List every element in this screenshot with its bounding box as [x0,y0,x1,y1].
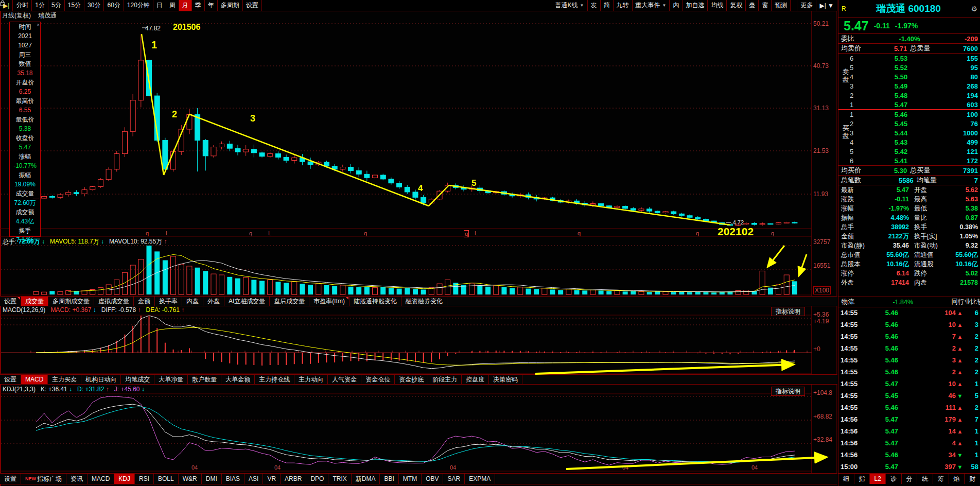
indicator-tab-BOLL[interactable]: BOLL [154,474,179,484]
macd-help-button[interactable]: 指标说明 [771,307,805,316]
macd-tab-人气资金[interactable]: 人气资金 [328,375,361,384]
indicator-tab-设置[interactable]: 设置 [0,474,21,484]
macd-tab-资金仓位[interactable]: 资金仓位 [361,375,395,384]
tick-row[interactable]: 14:555.462▲2 [838,342,980,354]
tick-row[interactable]: 14:565.4714▲1 [838,425,980,437]
volume-tab-换手率[interactable]: 换手率 [155,297,182,306]
level-num: 1 [850,111,857,118]
tick-row[interactable]: 14:555.463▲2 [838,354,980,366]
macd-tab-资金抄底[interactable]: 资金抄底 [395,375,428,384]
macd-tab-大单金额[interactable]: 大单金额 [221,375,255,384]
indicator-tab-W&R[interactable]: W&R [179,474,202,484]
tick-volume: 179 [898,415,956,423]
indicator-tab-MTM[interactable]: MTM [399,474,422,484]
indicator-tab-DPO[interactable]: DPO [306,474,328,484]
quote-tab-焰[interactable]: 焰 [949,474,965,484]
tick-row[interactable]: 14:555.46104▲6 [838,307,980,319]
tick-row[interactable]: 14:555.467▲2 [838,331,980,342]
indicator-tab-OBV[interactable]: OBV [422,474,443,484]
volume-tab-多周期成交量[interactable]: 多周期成交量 [48,297,94,306]
indicator-tab-指标广场[interactable]: NEW指标广场 [21,474,66,484]
indicator-tab-新DMA[interactable]: 新DMA [352,474,380,484]
macd-tab-散户数量[interactable]: 散户数量 [188,375,221,384]
stat-label: 换手[实] [909,232,951,241]
volume-tab-设置[interactable]: 设置 [0,297,21,306]
macd-tab-主力动向[interactable]: 主力动向 [294,375,328,384]
tick-row[interactable]: 14:555.4546▼5 [838,390,980,402]
indicator-tab-KDJ[interactable]: KDJ [114,474,135,484]
quote-tab-统[interactable]: 统 [917,474,933,484]
volume-tab-陆股通持股变化[interactable]: 陆股通持股变化 [349,297,401,306]
macd-tab-主力买卖[interactable]: 主力买卖 [48,375,81,384]
tick-volume: 104 [898,309,956,317]
tick-row[interactable]: 14:565.4634▼1 [838,449,980,461]
sector-name[interactable]: 物流 [842,298,854,306]
volume-tab-盘后成交量[interactable]: 盘后成交量 [270,297,309,306]
macd-tab-MACD[interactable]: MACD [21,375,48,384]
indicator-tab-BIAS[interactable]: BIAS [222,474,244,484]
quote-tab-分[interactable]: 分 [902,474,918,484]
indicator-tab-ASI[interactable]: ASI [244,474,263,484]
volume-tab-内盘[interactable]: 内盘 [182,297,203,306]
indicator-tab-ARBR[interactable]: ARBR [281,474,306,484]
macd-tab-决策密码[interactable]: 决策密码 [489,375,522,384]
indicator-tab-SAR[interactable]: SAR [443,474,465,484]
candle-down [792,222,797,223]
macd-tab-主力持仓线[interactable]: 主力持仓线 [255,375,294,384]
registration-flag: R [842,5,846,12]
info-row-1: 2021 [10,31,40,41]
indicator-tab-EXPMA[interactable]: EXPMA [465,474,495,484]
tick-row[interactable]: 15:005.47397▼58 [838,461,980,473]
tab-label: 融资融券变化 [406,297,443,306]
level-price: 5.42 [857,148,945,155]
tick-row[interactable]: 14:565.474▲1 [838,437,980,449]
volume-tab-市盈率(ttm)[interactable]: 市盈率(ttm) [309,297,349,306]
indicator-tab-RSI[interactable]: RSI [135,474,154,484]
quote-tab-筹[interactable]: 筹 [933,474,949,484]
candle-down [655,211,660,213]
volume-tab-融资融券变化[interactable]: 融资融券变化 [401,297,447,306]
sell-level-row: 25.48194 [838,91,980,100]
volume-tab-虚拟成交量[interactable]: 虚拟成交量 [94,297,134,306]
indicator-tab-MACD[interactable]: MACD [87,474,114,484]
indicator-tab-TRIX[interactable]: TRIX [328,474,351,484]
data-tooltip-box[interactable]: × 时间20211027周三数值35.18开盘价6.25最高价6.55最低价5.… [9,22,41,237]
macd-tab-大单净量[interactable]: 大单净量 [154,375,188,384]
tick-row[interactable]: 14:565.47179▲7 [838,413,980,425]
macd-tab-设置[interactable]: 设置 [0,375,21,384]
tick-row[interactable]: 14:555.46111▲2 [838,402,980,413]
candle-down [687,216,692,217]
tick-list[interactable]: 14:555.46104▲614:555.4610▲314:555.467▲21… [838,307,980,473]
tick-row[interactable]: 14:555.4610▲3 [838,319,980,331]
macd-tab-机构日动向[interactable]: 机构日动向 [81,375,121,384]
tick-time: 14:55 [841,344,864,352]
main-x-label-9: q [771,230,774,236]
quote-tab-财[interactable]: 财 [965,474,980,484]
industry-compare-link[interactable]: 同行业比较 [952,298,980,306]
macd-tab-阶段主力[interactable]: 阶段主力 [428,375,462,384]
quote-tab-诊[interactable]: 诊 [886,474,902,484]
volume-tab-外盘[interactable]: 外盘 [203,297,224,306]
indicator-tab-资讯[interactable]: 资讯 [66,474,87,484]
close-icon[interactable]: × [37,22,40,28]
kdj-help-button[interactable]: 指标说明 [771,387,805,396]
tick-time: 14:55 [841,333,864,340]
tick-row[interactable]: 14:555.462▲2 [838,366,980,378]
gear-icon[interactable]: ⚙ [971,5,977,13]
tick-row[interactable]: 14:555.4710▲1 [838,378,980,390]
volume-tab-成交量[interactable]: 成交量 [21,297,48,306]
quote-tab-L2[interactable]: L2 [870,474,886,484]
volume-tab-金额[interactable]: 金额 [134,297,155,306]
volume-tab-AI立桩成交量[interactable]: AI立桩成交量 [224,297,270,306]
macd-tab-均笔成交[interactable]: 均笔成交 [121,375,154,384]
quote-tab-细[interactable]: 细 [838,474,854,484]
indicator-tab-DMI[interactable]: DMI [202,474,222,484]
volume-bar-down [413,289,418,294]
indicator-tab-BBI[interactable]: BBI [380,474,398,484]
info-row-19: 72.60万 [10,198,40,207]
indicator-tab-VR[interactable]: VR [263,474,281,484]
macd-tab-控盘度[interactable]: 控盘度 [462,375,489,384]
level-volume: 95 [945,64,978,72]
quote-tab-指[interactable]: 指 [854,474,870,484]
level-num: 1 [850,101,857,109]
